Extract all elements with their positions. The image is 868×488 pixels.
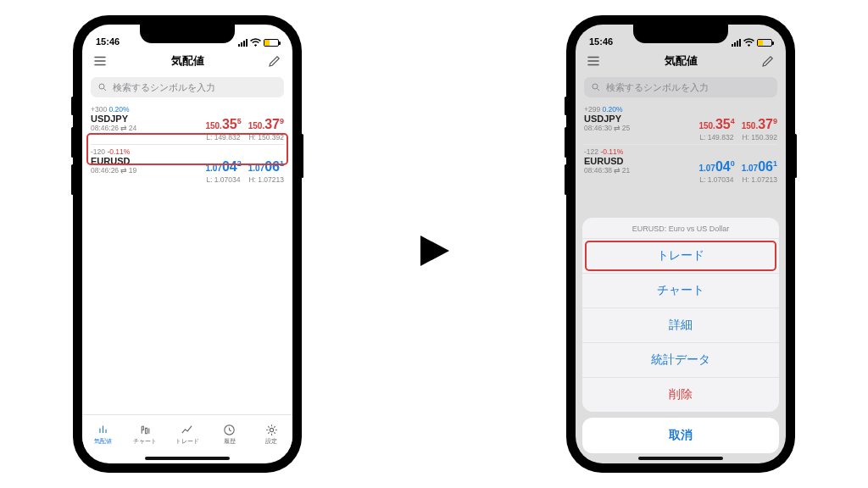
quote-row-eurusd[interactable]: -122 -0.11%EURUSD08:46:38 ⇄ 211.070401.0… <box>576 145 786 187</box>
app-header: 気配値 <box>82 48 292 74</box>
tab-history[interactable]: 履歴 <box>209 423 251 446</box>
header-title: 気配値 <box>171 53 204 69</box>
sheet-option-trade[interactable]: トレード <box>582 238 779 273</box>
list-icon[interactable] <box>586 53 601 69</box>
status-time: 15:46 <box>96 36 120 47</box>
sheet-option-delete[interactable]: 削除 <box>582 377 779 412</box>
phone-frame-left: 15:46 気配値 検索するシンボルを入力 +300 0.20%USDJPY08… <box>73 15 302 473</box>
app-header: 気配値 <box>576 48 786 74</box>
action-sheet: EURUSD: Euro vs US Dollar トレード チャート 詳細 統… <box>576 218 786 453</box>
tab-chart[interactable]: チャート <box>125 423 167 446</box>
sheet-title: EURUSD: Euro vs US Dollar <box>582 218 779 238</box>
svg-point-2 <box>270 428 273 431</box>
quote-list: +300 0.20%USDJPY08:46:26 ⇄ 24150.355150.… <box>82 103 292 187</box>
tab-bar: 気配値 チャート トレード 履歴 設定 <box>82 414 292 453</box>
tab-trade[interactable]: トレード <box>166 423 209 446</box>
screen-right: 15:46 気配値 検索するシンボルを入力 +299 0.20%USDJPY08… <box>576 25 786 463</box>
edit-icon[interactable] <box>760 53 776 69</box>
signal-icon <box>732 39 741 47</box>
tab-settings[interactable]: 設定 <box>250 423 292 446</box>
svg-point-0 <box>99 84 104 89</box>
sheet-option-stats[interactable]: 統計データ <box>582 342 779 377</box>
battery-icon <box>757 39 772 47</box>
tab-quotes[interactable]: 気配値 <box>82 423 125 446</box>
sheet-option-chart[interactable]: チャート <box>582 273 779 308</box>
search-placeholder: 検索するシンボルを入力 <box>606 81 709 94</box>
flow-arrow-icon <box>414 230 454 274</box>
quote-row-usdjpy[interactable]: +300 0.20%USDJPY08:46:26 ⇄ 24150.355150.… <box>82 103 292 145</box>
search-input[interactable]: 検索するシンボルを入力 <box>584 77 777 97</box>
quote-row-usdjpy[interactable]: +299 0.20%USDJPY08:46:30 ⇄ 25150.354150.… <box>576 103 786 145</box>
quote-list: +299 0.20%USDJPY08:46:30 ⇄ 25150.354150.… <box>576 103 786 187</box>
search-icon <box>97 82 108 92</box>
sheet-cancel-button[interactable]: 取消 <box>582 418 779 453</box>
search-icon <box>591 82 601 92</box>
wifi-icon <box>743 38 754 47</box>
signal-icon <box>238 39 248 47</box>
wifi-icon <box>250 38 261 47</box>
status-time: 15:46 <box>589 36 613 47</box>
battery-icon <box>264 39 279 47</box>
list-icon[interactable] <box>92 53 108 69</box>
search-placeholder: 検索するシンボルを入力 <box>113 81 215 94</box>
screen-left: 15:46 気配値 検索するシンボルを入力 +300 0.20%USDJPY08… <box>82 25 292 463</box>
highlight-trade-option <box>585 241 776 271</box>
search-input[interactable]: 検索するシンボルを入力 <box>91 77 284 97</box>
edit-icon[interactable] <box>267 53 282 69</box>
header-title: 気配値 <box>665 53 698 69</box>
quote-row-eurusd[interactable]: -120 -0.11%EURUSD08:46:26 ⇄ 191.070421.0… <box>82 145 292 187</box>
svg-point-3 <box>593 84 598 89</box>
sheet-option-detail[interactable]: 詳細 <box>582 308 779 342</box>
phone-frame-right: 15:46 気配値 検索するシンボルを入力 +299 0.20%USDJPY08… <box>566 15 795 473</box>
